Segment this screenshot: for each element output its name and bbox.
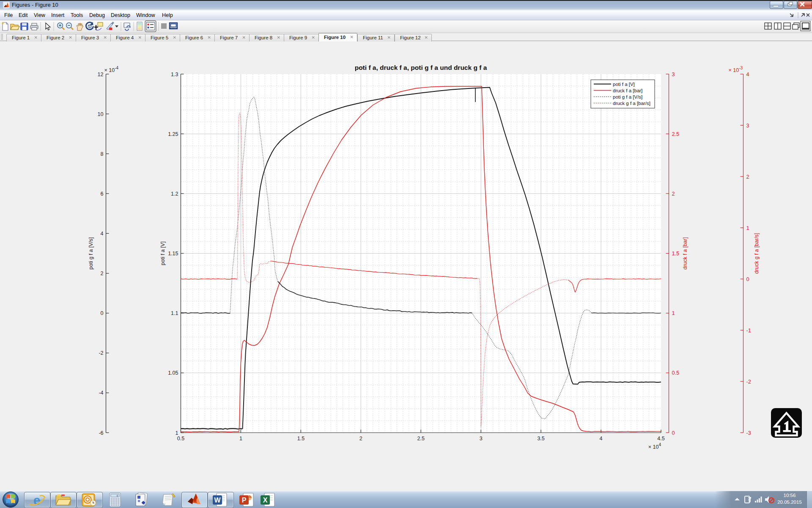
- svg-text:1.2: 1.2: [171, 191, 178, 197]
- svg-text:1: 1: [239, 436, 242, 442]
- svg-text:-1: -1: [746, 328, 751, 334]
- svg-text:2.5: 2.5: [672, 131, 679, 137]
- svg-text:poti g f a [V/s]: poti g f a [V/s]: [88, 237, 94, 269]
- svg-text:1.3: 1.3: [171, 72, 178, 77]
- svg-text:P: P: [242, 497, 247, 504]
- svg-text:poti g f a [V/s]: poti g f a [V/s]: [613, 94, 642, 99]
- svg-text:poti f a [V]: poti f a [V]: [613, 82, 635, 87]
- svg-text:1.05: 1.05: [168, 370, 178, 376]
- svg-text:0: 0: [101, 310, 104, 316]
- svg-text:2.5: 2.5: [417, 436, 425, 442]
- svg-text:× 104: × 104: [648, 442, 661, 450]
- svg-text:-4: -4: [99, 390, 103, 396]
- svg-text:3: 3: [480, 436, 483, 442]
- svg-text:6: 6: [101, 191, 104, 197]
- svg-text:druck f a [bar]: druck f a [bar]: [682, 237, 688, 269]
- svg-text:0.5: 0.5: [177, 436, 184, 442]
- svg-text:2: 2: [101, 271, 104, 276]
- svg-text:-2: -2: [746, 379, 751, 385]
- svg-text:4: 4: [746, 72, 749, 77]
- svg-text:-2: -2: [99, 350, 103, 356]
- svg-text:1: 1: [672, 310, 675, 316]
- svg-text:× 10-3: × 10-3: [729, 66, 743, 73]
- svg-text:2: 2: [672, 191, 675, 197]
- svg-text:druck f a [bar]: druck f a [bar]: [613, 88, 642, 93]
- svg-text:0: 0: [746, 276, 749, 282]
- svg-text:3: 3: [672, 72, 675, 77]
- svg-text:poti f a, druck f a, poti g f: poti f a, druck f a, poti g f a und druc…: [355, 64, 487, 71]
- svg-text:2: 2: [746, 174, 749, 180]
- svg-text:1.5: 1.5: [672, 251, 679, 257]
- svg-text:0.5: 0.5: [672, 370, 679, 376]
- svg-text:12: 12: [98, 72, 104, 77]
- svg-text:1.25: 1.25: [168, 131, 178, 137]
- svg-text:1: 1: [176, 430, 178, 436]
- svg-text:druck g f a [bar/s]: druck g f a [bar/s]: [754, 233, 760, 274]
- svg-text:10: 10: [98, 111, 104, 117]
- svg-text:-3: -3: [746, 430, 751, 436]
- svg-text:1.5: 1.5: [297, 436, 304, 442]
- svg-text:4: 4: [600, 436, 603, 442]
- svg-text:druck g f a [bar/s]: druck g f a [bar/s]: [613, 101, 650, 106]
- svg-text:3: 3: [746, 123, 749, 129]
- svg-text:2: 2: [359, 436, 362, 442]
- svg-text:3.5: 3.5: [537, 436, 544, 442]
- svg-text:W: W: [214, 497, 221, 504]
- svg-text:0: 0: [672, 430, 675, 436]
- svg-text:X: X: [263, 497, 268, 504]
- svg-text:8: 8: [101, 151, 104, 157]
- svg-text:1: 1: [746, 225, 749, 231]
- svg-text:1.15: 1.15: [168, 251, 178, 257]
- svg-text:-6: -6: [99, 430, 103, 436]
- svg-text:1.1: 1.1: [171, 310, 178, 316]
- svg-text:4: 4: [101, 231, 104, 237]
- svg-text:poti f a [V]: poti f a [V]: [160, 241, 166, 265]
- svg-text:× 10-4: × 10-4: [104, 66, 119, 73]
- svg-text:4.5: 4.5: [657, 436, 664, 442]
